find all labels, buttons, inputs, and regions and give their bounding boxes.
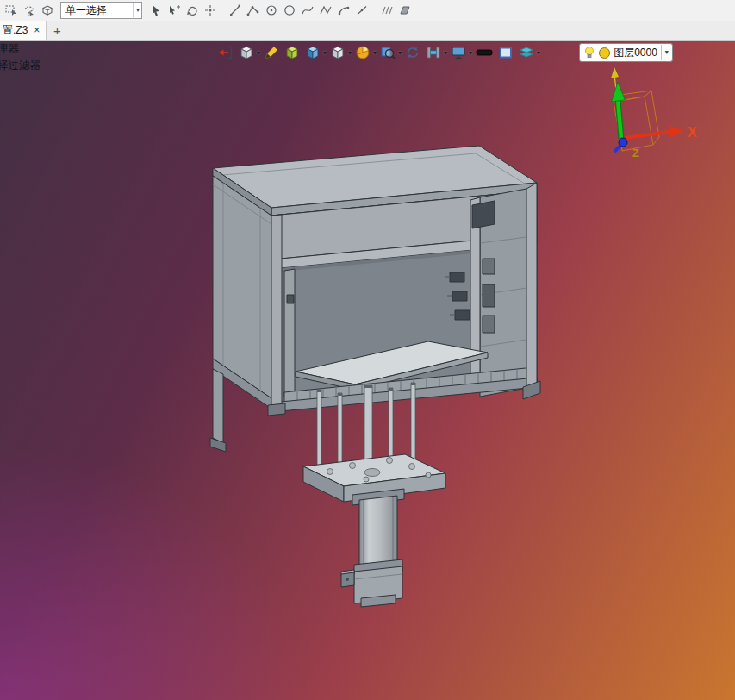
cursor-icon[interactable] (146, 2, 165, 20)
top-toolbar: 单一选择 ▾ (0, 0, 735, 22)
rotate-view-icon[interactable] (183, 2, 201, 20)
cursor-pick-icon[interactable] (165, 2, 183, 20)
line-icon[interactable] (226, 2, 244, 20)
pick-box-icon[interactable] (38, 2, 56, 20)
point-snap-icon[interactable] (201, 2, 219, 20)
hatch-icon[interactable] (377, 2, 396, 20)
hatch2-icon[interactable] (396, 2, 414, 20)
electrical-component (483, 316, 495, 333)
segment-icon[interactable] (352, 2, 371, 20)
circle-icon[interactable] (280, 2, 298, 20)
right-corner-post (526, 183, 537, 393)
spline-icon[interactable] (298, 2, 316, 20)
close-icon[interactable]: × (34, 25, 40, 35)
top-right-vent-slot (472, 201, 495, 228)
left-rail-bracket (287, 295, 294, 303)
new-tab-button[interactable]: + (47, 21, 67, 40)
lasso-select-icon[interactable] (20, 2, 38, 20)
marquee-select-icon[interactable] (2, 2, 20, 20)
document-tab[interactable]: 置.Z3 × (0, 21, 47, 40)
machine-assembly-model (0, 41, 735, 700)
polyline-icon[interactable] (244, 2, 262, 20)
3d-viewport[interactable]: 理器 择过滤器 ▾ ▾ ▾ ▾ ▾ ▾ (0, 41, 735, 700)
front-post-foot (268, 403, 285, 416)
circle-center-icon[interactable] (262, 2, 280, 20)
interior-left-rail (284, 269, 295, 397)
selection-mode-value: 单一选择 (65, 3, 107, 18)
document-tab-label: 置.Z3 (3, 23, 28, 38)
electrical-component (483, 284, 495, 307)
chevron-down-icon: ▾ (133, 3, 140, 17)
electrical-component (483, 259, 495, 274)
arc-icon[interactable] (334, 2, 352, 20)
front-corner-post (271, 215, 282, 411)
left-corner-leg (213, 369, 223, 443)
plate-center-hole (364, 469, 380, 477)
tab-bar: 置.Z3 × + (0, 21, 735, 41)
open-polyline-icon[interactable] (316, 2, 334, 20)
selection-mode-dropdown[interactable]: 单一选择 ▾ (60, 2, 142, 19)
